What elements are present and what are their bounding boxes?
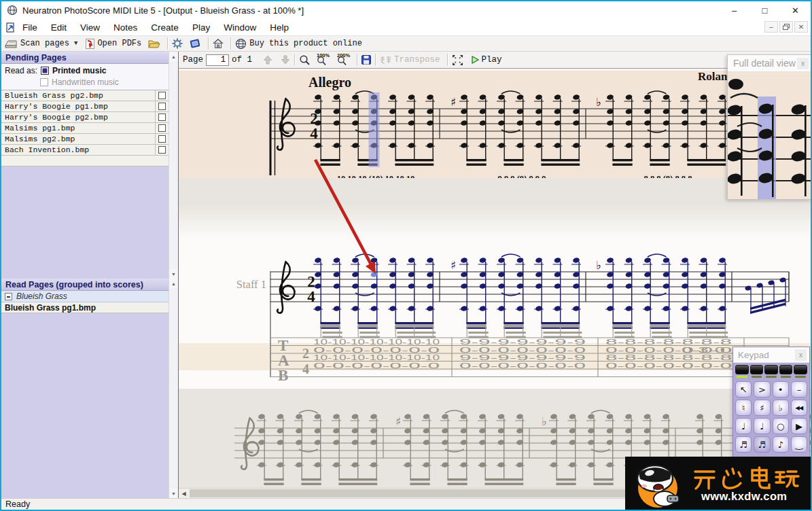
- full-screen-icon[interactable]: [452, 54, 463, 66]
- keypad-key-whole-note[interactable]: ○: [773, 418, 789, 434]
- scrollbar-thumb[interactable]: [190, 489, 689, 497]
- keypad-close-icon[interactable]: x: [795, 349, 807, 361]
- half-note-icon: ♩: [760, 421, 764, 431]
- page-up-icon[interactable]: [263, 55, 272, 65]
- full-detail-view-titlebar[interactable]: Full detail view x: [728, 55, 811, 72]
- keypad-tab-1[interactable]: [735, 365, 749, 378]
- keypad-key-sharp[interactable]: ♯: [754, 400, 770, 416]
- pending-file-checkbox[interactable]: [158, 113, 166, 121]
- pending-file-checkbox[interactable]: [158, 92, 166, 99]
- status-text: Ready: [5, 499, 30, 509]
- keypad-key-half-note[interactable]: ♩: [754, 418, 770, 434]
- keypad-tab-5[interactable]: [794, 365, 807, 378]
- keypad-key-eighth-note[interactable]: ♪: [773, 436, 789, 453]
- keypad-key-rewind[interactable]: ◀◀: [791, 400, 807, 416]
- scroll-up-icon[interactable]: ▲: [169, 279, 178, 288]
- app-icon: [7, 5, 18, 16]
- keypad-key-accent[interactable]: >: [754, 381, 770, 398]
- full-detail-close-icon[interactable]: x: [797, 58, 809, 69]
- pending-file-checkbox[interactable]: [158, 146, 166, 154]
- read-file-label: Blueish Grass pg1.bmp: [5, 303, 96, 313]
- pending-file-checkbox[interactable]: [158, 135, 166, 143]
- svg-text:0-3-0: 0-3-0: [682, 346, 725, 354]
- pending-file-row[interactable]: Malsims pg2.bmp: [1, 134, 169, 145]
- scan-pages-button[interactable]: Scan pages ▼: [5, 39, 77, 48]
- score-rendering[interactable]: 24♯♭AllegroRolan10 10 10 (10) 10 10 109 …: [179, 69, 811, 488]
- menu-file[interactable]: File: [16, 19, 44, 35]
- menu-edit[interactable]: Edit: [44, 19, 73, 35]
- pending-file-row[interactable]: Bach Invention.bmp: [1, 145, 169, 156]
- menu-view[interactable]: View: [73, 19, 107, 35]
- pending-file-row[interactable]: Malsims pg1.bmp: [1, 123, 169, 134]
- scroll-down-icon[interactable]: ▼: [169, 269, 178, 279]
- collapse-icon[interactable]: [5, 293, 12, 300]
- score-canvas[interactable]: 24♯♭AllegroRolan10 10 10 (10) 10 10 109 …: [179, 69, 811, 488]
- keypad-key-quarter-note[interactable]: ♩: [735, 418, 752, 434]
- pending-file-row[interactable]: Blueish Grass pg2.bmp: [1, 90, 169, 101]
- divider: [230, 37, 231, 50]
- zoom-100-button[interactable]: 100%: [316, 53, 332, 67]
- save-icon[interactable]: [361, 55, 371, 65]
- document-icon: [5, 22, 16, 33]
- pending-file-row[interactable]: Harry's Boogie pg1.bmp: [1, 101, 169, 112]
- score-group-row[interactable]: Blueish Grass: [1, 291, 169, 302]
- keypad-key-staccato[interactable]: •: [773, 381, 789, 398]
- home-button[interactable]: [213, 39, 224, 48]
- minimize-button[interactable]: –: [719, 1, 749, 19]
- read-pages-scrollbar[interactable]: ▲ ▼: [169, 279, 178, 498]
- keypad-tab-4[interactable]: [779, 365, 793, 378]
- keypad-tab-2[interactable]: [750, 365, 764, 378]
- menu-window[interactable]: Window: [217, 19, 263, 35]
- close-button[interactable]: ✕: [780, 1, 811, 19]
- svg-text:10-10-10-10-10-10-10: 10-10-10-10-10-10-10: [313, 353, 440, 362]
- play-button[interactable]: Play: [472, 55, 502, 65]
- pending-file-list: Blueish Grass pg2.bmpHarry's Boogie pg1.…: [1, 90, 169, 166]
- menu-help[interactable]: Help: [263, 19, 296, 35]
- handwritten-music-checkbox[interactable]: [40, 78, 48, 86]
- mdi-restore-button[interactable]: [779, 21, 793, 33]
- page-down-icon[interactable]: [281, 55, 290, 65]
- keypad-key-tie[interactable]: ‿: [791, 436, 807, 453]
- maximize-button[interactable]: □: [749, 1, 780, 19]
- page-number-input[interactable]: [206, 54, 229, 66]
- keypad-key-pointer[interactable]: ↖: [735, 381, 752, 398]
- open-file-button[interactable]: [148, 39, 160, 48]
- menu-notes[interactable]: Notes: [107, 19, 144, 35]
- zoom-icon[interactable]: [299, 54, 311, 66]
- divider: [167, 37, 168, 50]
- keypad-key-sixteenth-note[interactable]: ♬: [735, 436, 752, 453]
- scroll-left-icon[interactable]: ◀: [179, 491, 189, 497]
- pending-file-row[interactable]: Harry's Boogie pg2.bmp: [1, 112, 169, 123]
- svg-text:Allegro: Allegro: [308, 75, 351, 90]
- printed-music-checkbox[interactable]: [41, 67, 49, 75]
- brand-chinese-logo: [692, 465, 802, 491]
- mdi-close-button[interactable]: ✕: [794, 21, 808, 33]
- keypad-titlebar[interactable]: Keypad x: [733, 347, 809, 363]
- scroll-down-icon[interactable]: ▼: [169, 489, 178, 498]
- keypad-key-flat[interactable]: ♭: [773, 400, 789, 416]
- settings-button[interactable]: [172, 38, 183, 49]
- keypad-key-natural[interactable]: ♮: [735, 400, 752, 416]
- menu-create[interactable]: Create: [144, 19, 186, 35]
- menu-play[interactable]: Play: [186, 19, 217, 35]
- divider: [208, 37, 209, 50]
- keypad-key-tenuto[interactable]: –: [791, 381, 807, 398]
- keypad-key-grace-note[interactable]: ♬: [754, 436, 770, 453]
- open-pdfs-button[interactable]: Open PDFs: [86, 39, 141, 49]
- keypad-key-play[interactable]: ▶: [791, 418, 807, 434]
- scan-pages-dropdown-icon[interactable]: ▼: [74, 40, 77, 47]
- mdi-minimize-button[interactable]: –: [764, 21, 778, 33]
- help-book-button[interactable]: [190, 39, 201, 48]
- buy-online-button[interactable]: Buy this product online: [235, 38, 362, 50]
- transpose-button[interactable]: Transpose: [380, 55, 440, 65]
- zoom-200-button[interactable]: 200%: [336, 53, 353, 67]
- keypad-tabs: [733, 363, 809, 378]
- scroll-up-icon[interactable]: ▲: [169, 52, 178, 61]
- keypad-tab-3[interactable]: [764, 365, 778, 378]
- read-file-row[interactable]: Blueish Grass pg1.bmp: [1, 302, 169, 313]
- home-icon: [213, 39, 224, 48]
- pending-file-checkbox[interactable]: [158, 124, 166, 132]
- svg-text:Staff 1: Staff 1: [236, 278, 266, 291]
- pending-file-checkbox[interactable]: [158, 103, 166, 110]
- pending-scrollbar[interactable]: ▲ ▼: [169, 52, 178, 279]
